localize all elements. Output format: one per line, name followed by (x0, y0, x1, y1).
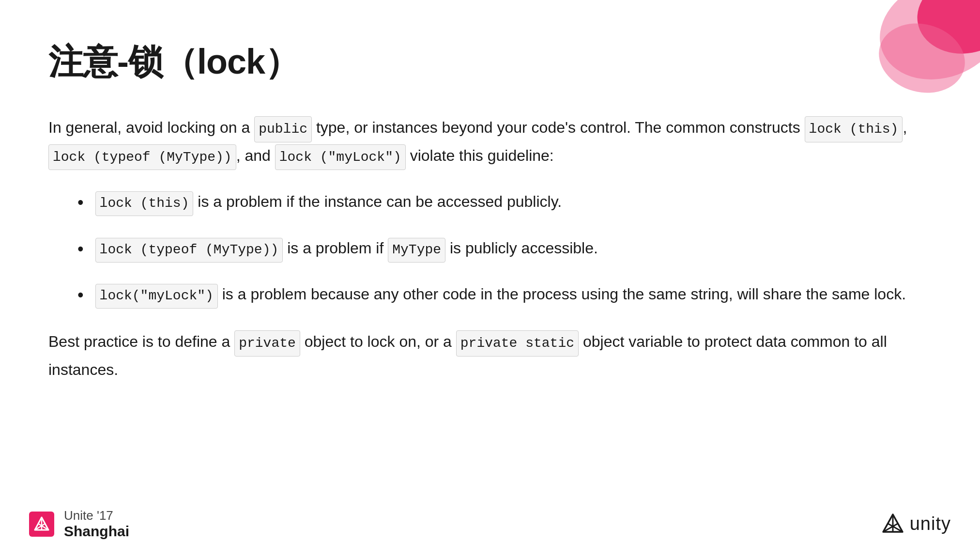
footer: Unite '17 Shanghai unity (0, 508, 980, 540)
page-title: 注意-锁（lock） (48, 39, 932, 85)
bullet2-text-before: is a problem if (283, 239, 388, 257)
bullet1-text: is a problem if the instance can be acce… (193, 193, 562, 210)
bp-text1: Best practice is to define a (48, 333, 234, 350)
list-item-2: lock (typeof (MyType)) is a problem if M… (77, 236, 930, 263)
unity-brand: unity (882, 513, 951, 535)
event-name: Unite '17 (64, 508, 129, 523)
bullet1-code: lock (this) (95, 191, 194, 216)
list-item-1: lock (this) is a problem if the instance… (77, 189, 930, 217)
footer-left: Unite '17 Shanghai (29, 508, 129, 540)
intro-text1: In general, avoid locking on a (48, 119, 254, 136)
intro-paragraph: In general, avoid locking on a public ty… (48, 114, 930, 170)
event-city: Shanghai (64, 523, 129, 540)
intro-code4: lock ("myLock") (275, 144, 406, 171)
intro-text3: , (903, 119, 907, 136)
unity-brand-icon (882, 513, 904, 535)
event-info: Unite '17 Shanghai (64, 508, 129, 540)
bullet-list: lock (this) is a problem if the instance… (77, 189, 930, 309)
bullet-content-3: lock("myLock") is a problem because any … (95, 282, 930, 309)
main-content: In general, avoid locking on a public ty… (48, 114, 930, 383)
slide: 注意-锁（lock） In general, avoid locking on … (0, 0, 980, 559)
intro-text2: type, or instances beyond your code's co… (312, 119, 805, 136)
unity-brand-text: unity (910, 513, 951, 534)
intro-text5: violate this guideline: (406, 147, 554, 164)
bullet-content-2: lock (typeof (MyType)) is a problem if M… (95, 236, 930, 263)
bp-text2: object to lock on, or a (300, 333, 456, 350)
bp-code2: private static (456, 330, 579, 357)
bullet2-code: lock (typeof (MyType)) (95, 238, 283, 263)
bp-code1: private (234, 330, 300, 357)
bullet-content-1: lock (this) is a problem if the instance… (95, 189, 930, 216)
intro-code2: lock (this) (805, 116, 903, 142)
bullet3-code: lock("myLock") (95, 284, 218, 309)
intro-text4: , and (236, 147, 275, 164)
bullet2-text-after: is publicly accessible. (445, 239, 598, 257)
unity-logo-small (29, 512, 54, 537)
best-practice-paragraph: Best practice is to define a private obj… (48, 328, 930, 383)
intro-code3: lock (typeof (MyType)) (48, 144, 236, 171)
bullet3-text: is a problem because any other code in t… (218, 285, 906, 303)
list-item-3: lock("myLock") is a problem because any … (77, 282, 930, 309)
bullet2-code2: MyType (388, 238, 445, 263)
intro-code1: public (254, 116, 312, 142)
